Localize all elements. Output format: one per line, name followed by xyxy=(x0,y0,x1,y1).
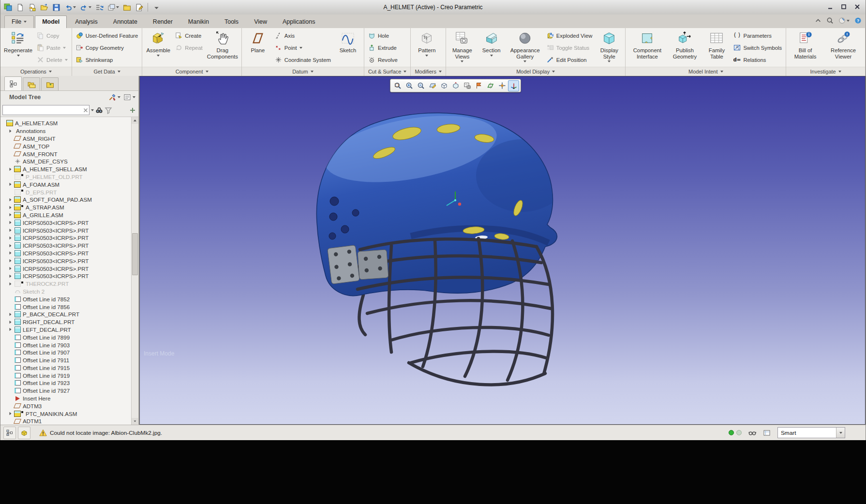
expand-slot[interactable] xyxy=(6,412,14,415)
point-button[interactable]: Point xyxy=(272,42,333,54)
window-switch-button[interactable] xyxy=(106,2,120,13)
tree-item-offset-line-id-7923[interactable]: Offset Line id 7923 xyxy=(0,379,138,387)
find-binoculars-icon[interactable] xyxy=(95,106,103,114)
switch-symbols-button[interactable]: 15xSwitch Symbols xyxy=(731,42,784,54)
new-file-button[interactable] xyxy=(15,2,26,13)
tab-applications[interactable]: Applications xyxy=(275,15,322,28)
close-button[interactable] xyxy=(852,2,863,12)
tree-item-ptc-manikin-asm[interactable]: PTC_MANIKIN.ASM xyxy=(0,410,138,417)
repeat-button[interactable]: Repeat xyxy=(173,42,205,54)
expand-arrow-icon[interactable] xyxy=(9,313,11,316)
tree-item-offset-line-id-7915[interactable]: Offset Line id 7915 xyxy=(0,364,138,372)
parameters-button[interactable]: ( )Parameters xyxy=(731,30,784,42)
expand-arrow-icon[interactable] xyxy=(9,412,11,415)
section-button[interactable]: Section xyxy=(477,29,506,66)
group-overflow-arrow-icon[interactable] xyxy=(118,71,120,73)
group-overflow-arrow-icon[interactable] xyxy=(552,71,555,73)
toggle-status-button[interactable]: Toggle Status xyxy=(544,42,595,54)
expand-slot[interactable] xyxy=(6,129,14,133)
expand-slot[interactable] xyxy=(6,274,14,278)
clear-search-icon[interactable] xyxy=(82,107,89,114)
shrinkwrap-button[interactable]: Shrinkwrap xyxy=(74,54,141,66)
expand-slot[interactable] xyxy=(6,182,14,186)
tree-scrollbar[interactable] xyxy=(131,117,138,425)
family-table-button[interactable]: Family Table xyxy=(702,29,731,66)
tree-item-icrps0503-icrps-prt[interactable]: ICRPS0503<ICRPS>.PRT xyxy=(0,226,138,234)
publish-geometry-button[interactable]: Publish Geometry xyxy=(667,29,702,66)
expand-arrow-icon[interactable] xyxy=(9,229,11,232)
dropdown-arrow-icon[interactable] xyxy=(17,55,20,57)
tree-item-icrps0503-icrps-prt[interactable]: ICRPS0503<ICRPS>.PRT xyxy=(0,272,138,280)
tree-columns-icon[interactable] xyxy=(123,93,131,101)
dropdown-arrow-icon[interactable] xyxy=(116,6,119,8)
ribbon-group-label-modifiers[interactable]: Modifiers xyxy=(411,67,446,76)
qat-customize-button[interactable] xyxy=(151,2,162,13)
tree-item-sketch-2[interactable]: Sketch 2 xyxy=(0,288,138,296)
view-manager-button[interactable] xyxy=(462,80,473,91)
expand-arrow-icon[interactable] xyxy=(9,198,11,201)
erase-display-button[interactable] xyxy=(134,2,145,13)
tree-settings-arrow[interactable] xyxy=(118,96,120,98)
close-window-button[interactable] xyxy=(121,2,133,13)
selection-filter-arrow[interactable] xyxy=(836,428,845,438)
find-in-graphics-icon[interactable] xyxy=(748,429,756,437)
tree-item-d-eps-prt[interactable]: D_EPS.PRT xyxy=(0,188,138,196)
dropdown-arrow-icon[interactable] xyxy=(299,47,302,49)
tab-view[interactable]: View xyxy=(247,15,274,28)
ribbon-group-label-get-data[interactable]: Get Data xyxy=(72,67,142,76)
tree-search-box[interactable] xyxy=(2,105,90,115)
repaint-button[interactable] xyxy=(427,80,438,91)
selection-buffer-icon[interactable] xyxy=(763,429,771,437)
tree-item-icrps0503-icrps-prt[interactable]: ICRPS0503<ICRPS>.PRT xyxy=(0,265,138,272)
expand-slot[interactable] xyxy=(6,236,14,240)
tree-search-input[interactable] xyxy=(3,107,82,113)
tree-item-asm-right[interactable]: ASM_RIGHT xyxy=(0,135,138,143)
component-interface-button[interactable]: Component Interface xyxy=(627,29,667,66)
expand-arrow-icon[interactable] xyxy=(9,237,11,239)
paste-button[interactable]: Paste xyxy=(34,42,70,54)
expand-slot[interactable] xyxy=(6,167,14,171)
plane-button[interactable]: Plane xyxy=(243,29,272,66)
tree-item-offset-line-id-7899[interactable]: Offset Line id 7899 xyxy=(0,333,138,341)
dropdown-arrow-icon[interactable] xyxy=(65,59,68,61)
display-style-button[interactable]: Display Style xyxy=(595,29,624,66)
group-overflow-arrow-icon[interactable] xyxy=(49,71,52,73)
expand-slot[interactable] xyxy=(6,213,14,217)
dropdown-arrow-icon[interactable] xyxy=(157,55,160,57)
maximize-button[interactable] xyxy=(838,2,849,12)
tab-favorites[interactable]: * xyxy=(41,77,59,90)
dropdown-arrow-icon[interactable] xyxy=(523,60,526,62)
expand-arrow-icon[interactable] xyxy=(9,252,11,254)
expand-arrow-icon[interactable] xyxy=(9,221,11,224)
group-overflow-arrow-icon[interactable] xyxy=(206,71,209,73)
appearance-gallery-button[interactable]: Appearance Gallery xyxy=(506,29,544,66)
group-overflow-arrow-icon[interactable] xyxy=(403,71,406,73)
expand-arrow-icon[interactable] xyxy=(9,282,11,285)
expand-arrow-icon[interactable] xyxy=(9,244,11,247)
assemble-button[interactable]: Assemble xyxy=(144,29,173,66)
add-column-icon[interactable] xyxy=(129,106,136,114)
ribbon-group-label-model-display[interactable]: Model Display xyxy=(446,67,625,76)
user-defined-feature-button[interactable]: User-Defined Feature xyxy=(74,30,141,42)
sketch-button[interactable]: Sketch xyxy=(333,29,362,66)
toggle-model-tree-button[interactable] xyxy=(3,427,16,439)
tab-folder-browser[interactable] xyxy=(23,77,40,90)
command-search-button[interactable] xyxy=(826,17,834,24)
tree-item-asm-top[interactable]: ASM_TOP xyxy=(0,142,138,150)
tree-item-right-decal-prt[interactable]: RIGHT_DECAL.PRT xyxy=(0,318,138,326)
ribbon-group-label-datum[interactable]: Datum xyxy=(242,67,364,76)
tree-item-a-soft-foam-pad-asm[interactable]: A_SOFT_FOAM_PAD.ASM xyxy=(0,196,138,204)
manage-views-button[interactable]: Manage Views xyxy=(448,29,477,66)
import-button[interactable] xyxy=(27,2,38,13)
tree-item-offset-line-id-7852[interactable]: Offset Line id 7852 xyxy=(0,295,138,303)
regenerate-list-button[interactable] xyxy=(94,2,105,13)
exploded-view-button[interactable]: Exploded View xyxy=(544,30,595,42)
tab-file[interactable]: File xyxy=(4,15,34,28)
tree-item-offset-line-id-7907[interactable]: Offset Line id 7907 xyxy=(0,349,138,356)
selection-filter-combo[interactable]: Smart xyxy=(777,427,845,438)
copy-button[interactable]: Copy xyxy=(34,30,70,42)
resource-center-button[interactable] xyxy=(838,17,850,24)
relations-button[interactable]: d=Relations xyxy=(731,54,784,66)
expand-slot[interactable] xyxy=(6,312,14,316)
drag-components-button[interactable]: Drag Components xyxy=(205,29,240,66)
